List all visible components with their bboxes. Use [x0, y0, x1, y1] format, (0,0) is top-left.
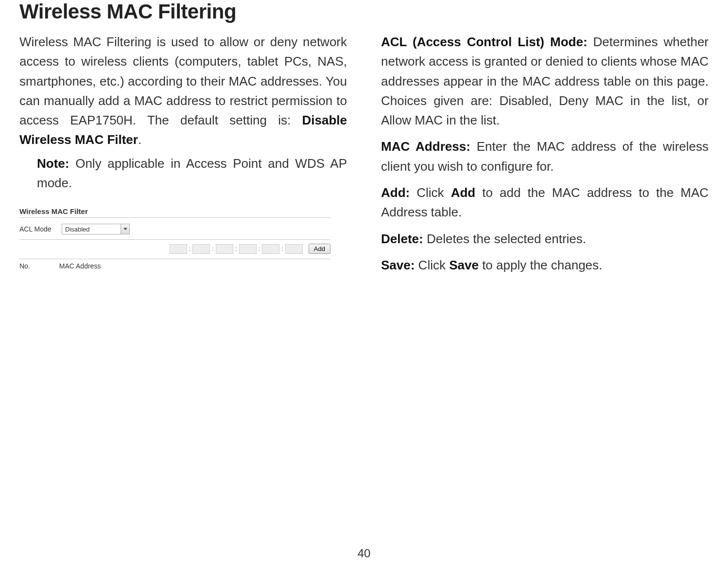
- add-desc-pre: Click: [410, 185, 451, 200]
- acl-mode-select[interactable]: Disabled: [62, 224, 130, 234]
- mac-address-term: MAC Address:: [381, 139, 470, 154]
- page-number: 40: [358, 547, 371, 560]
- right-column: ACL (Access Control List) Mode: Determin…: [381, 32, 709, 282]
- mac-octet-2[interactable]: [192, 244, 210, 254]
- mac-filter-screenshot: Wireless MAC Filter ACL Mode Disabled : …: [19, 207, 330, 273]
- colon-separator: :: [259, 245, 260, 252]
- mac-address-paragraph: MAC Address: Enter the MAC address of th…: [381, 137, 709, 176]
- note-label: Note:: [37, 156, 69, 171]
- add-term: Add:: [381, 185, 410, 200]
- left-column: Wireless MAC Filtering is used to allow …: [19, 32, 347, 282]
- add-bold: Add: [451, 185, 476, 200]
- acl-mode-value: Disabled: [65, 226, 90, 233]
- colon-separator: :: [281, 245, 283, 252]
- column-mac-address: MAC Address: [59, 262, 101, 270]
- acl-mode-paragraph: ACL (Access Control List) Mode: Determin…: [381, 32, 709, 130]
- save-term: Save:: [381, 258, 415, 272]
- mac-octet-3[interactable]: [216, 244, 233, 254]
- content-columns: Wireless MAC Filtering is used to allow …: [19, 32, 709, 282]
- page-title: Wireless MAC Filtering: [19, 0, 709, 23]
- mac-octet-4[interactable]: [239, 244, 257, 254]
- delete-term: Delete:: [381, 232, 423, 246]
- acl-mode-row: ACL Mode Disabled: [19, 221, 330, 240]
- acl-mode-label: ACL Mode: [19, 225, 56, 233]
- mac-octet-5[interactable]: [262, 244, 279, 254]
- delete-desc: Deletes the selected entries.: [423, 232, 586, 246]
- intro-paragraph: Wireless MAC Filtering is used to allow …: [19, 32, 347, 150]
- colon-separator: :: [212, 245, 214, 252]
- note-text: Only applicable in Access Point and WDS …: [37, 156, 347, 190]
- mac-table-header: No. MAC Address: [19, 259, 330, 273]
- add-button[interactable]: Add: [309, 244, 330, 254]
- colon-separator: :: [235, 245, 237, 252]
- save-bold: Save: [449, 258, 479, 272]
- mac-octet-1[interactable]: [170, 244, 187, 254]
- save-desc-pre: Click: [415, 258, 449, 272]
- intro-end: .: [138, 132, 141, 147]
- screenshot-title: Wireless MAC Filter: [19, 207, 330, 218]
- column-no: No.: [19, 262, 30, 270]
- save-desc-post: to apply the changes.: [479, 258, 602, 272]
- colon-separator: :: [189, 245, 191, 252]
- add-paragraph: Add: Click Add to add the MAC address to…: [381, 183, 709, 222]
- chevron-down-icon: [121, 224, 129, 234]
- mac-octet-6[interactable]: [285, 244, 303, 254]
- mac-input-row: : : : : : Add: [19, 240, 330, 259]
- delete-paragraph: Delete: Deletes the selected entries.: [381, 229, 709, 249]
- save-paragraph: Save: Click Save to apply the changes.: [381, 255, 709, 275]
- note-line: Note: Only applicable in Access Point an…: [19, 154, 347, 193]
- intro-text: Wireless MAC Filtering is used to allow …: [19, 35, 347, 127]
- acl-mode-term: ACL (Access Control List) Mode:: [381, 35, 588, 49]
